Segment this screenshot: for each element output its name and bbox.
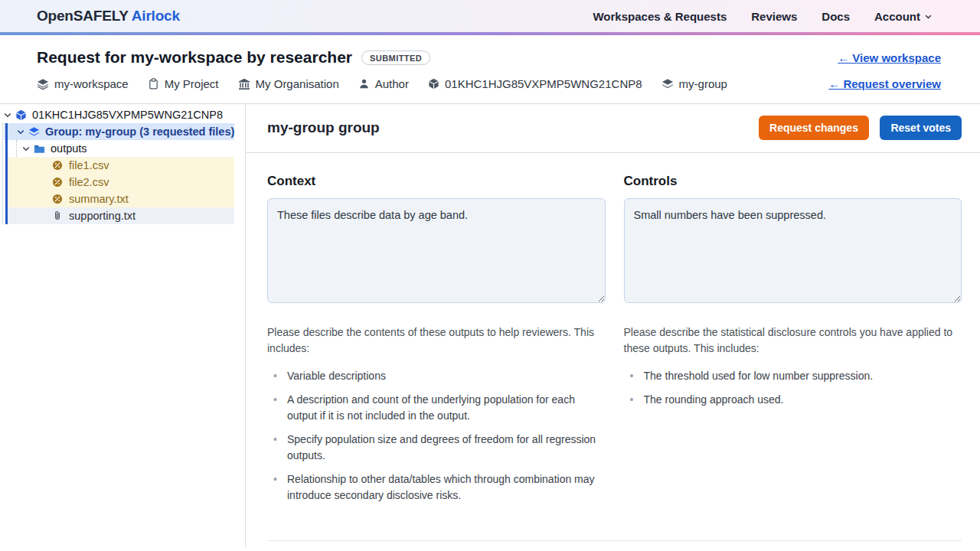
tree-indent-guide xyxy=(2,123,3,224)
controls-help-list: The threshold used for low number suppre… xyxy=(624,368,962,408)
context-help-list: Variable descriptions A description and … xyxy=(267,368,606,504)
comments-divider xyxy=(267,540,962,541)
context-section: Context These files describe data by age… xyxy=(267,174,606,511)
tree-item-label: file2.csv xyxy=(69,176,109,188)
group-actions: Request changes Reset votes xyxy=(759,116,962,140)
list-item: The threshold used for low number suppre… xyxy=(624,368,962,384)
top-navigation: OpenSAFELY Airlock Workspaces & Requests… xyxy=(0,0,980,32)
tree-item-supporting-file[interactable]: supporting.txt xyxy=(7,207,234,224)
request-header: Request for my-workspace by researcher S… xyxy=(0,35,980,104)
output-file-icon xyxy=(52,160,64,171)
breadcrumb-label: My Project xyxy=(165,77,219,90)
cube-icon xyxy=(428,78,439,90)
breadcrumb-author: Author xyxy=(358,77,409,90)
tree-selected-group-bar xyxy=(5,123,8,224)
building-icon xyxy=(238,78,250,90)
output-file-icon xyxy=(52,194,64,205)
list-item: The rounding approach used. xyxy=(624,392,962,408)
nav-account-label: Account xyxy=(874,10,920,23)
nav-workspaces-requests[interactable]: Workspaces & Requests xyxy=(593,10,727,23)
tree-item-outputs-folder[interactable]: outputs xyxy=(0,140,245,157)
logo-airlock: Airlock xyxy=(132,8,180,24)
tree-item-label: file1.csv xyxy=(69,159,109,171)
request-changes-button[interactable]: Request changes xyxy=(759,116,869,140)
list-item: A description and count of the underlyin… xyxy=(267,392,606,424)
breadcrumb-label: My Organisation xyxy=(256,77,339,90)
chevron-down-icon xyxy=(924,12,933,21)
breadcrumb-project: My Project xyxy=(148,77,219,90)
request-overview-link[interactable]: ← Request overview xyxy=(828,77,941,90)
logo-opensafely: OpenSAFELY xyxy=(37,8,128,24)
tree-item-output-file[interactable]: file1.csv xyxy=(7,157,234,174)
breadcrumb-organisation: My Organisation xyxy=(238,77,339,90)
clipboard-icon xyxy=(148,78,159,90)
layers-icon xyxy=(37,78,49,90)
tree-item-label: Group: my-group (3 requested files) xyxy=(45,126,234,138)
breadcrumb-workspace: my-workspace xyxy=(37,77,129,90)
folder-icon xyxy=(34,143,45,155)
breadcrumb-label: 01KHC1HJG85VXPMP5WNG21CNP8 xyxy=(445,77,642,90)
context-help-intro: Please describe the contents of these ou… xyxy=(267,324,606,357)
list-item: Specify population size and degrees of f… xyxy=(267,432,606,464)
breadcrumb-label: Author xyxy=(375,77,409,90)
chevron-down-icon[interactable] xyxy=(16,127,25,136)
breadcrumb: my-workspace My Project My Organisation … xyxy=(37,77,727,90)
breadcrumb-group: my-group xyxy=(662,77,727,90)
layers-icon xyxy=(662,78,674,90)
tree-item-output-file[interactable]: summary.txt xyxy=(7,191,234,207)
tree-item-label: supporting.txt xyxy=(69,210,136,222)
tree-item-label: summary.txt xyxy=(69,193,129,205)
tree-item-request-root[interactable]: 01KHC1HJG85VXPMP5WNG21CNP8 xyxy=(0,106,245,123)
chevron-down-icon[interactable] xyxy=(3,110,12,119)
output-file-icon xyxy=(52,177,64,188)
controls-heading: Controls xyxy=(624,174,962,189)
nav-account-menu[interactable]: Account xyxy=(874,10,933,23)
context-heading: Context xyxy=(267,174,606,189)
view-workspace-link[interactable]: ← View workspace xyxy=(838,51,941,64)
nav-docs[interactable]: Docs xyxy=(822,10,850,23)
file-tree: 01KHC1HJG85VXPMP5WNG21CNP8 Group: my-gro… xyxy=(0,106,245,224)
nav-links: Workspaces & Requests Reviews Docs Accou… xyxy=(593,10,933,23)
group-header: my-group group Request changes Reset vot… xyxy=(246,104,980,153)
group-title: my-group group xyxy=(267,119,380,136)
status-badge: SUBMITTED xyxy=(361,51,430,65)
page-title: Request for my-workspace by researcher xyxy=(37,48,352,67)
cube-icon xyxy=(15,109,27,121)
breadcrumb-label: my-group xyxy=(679,77,727,90)
controls-section: Controls Small numbers have been suppres… xyxy=(624,174,962,511)
app-logo[interactable]: OpenSAFELY Airlock xyxy=(37,8,180,24)
person-icon xyxy=(358,78,370,90)
tree-item-label: 01KHC1HJG85VXPMP5WNG21CNP8 xyxy=(32,109,223,121)
reset-votes-button[interactable]: Reset votes xyxy=(880,116,962,140)
controls-help-intro: Please describe the statistical disclosu… xyxy=(624,324,962,357)
paperclip-icon xyxy=(52,210,64,222)
tree-item-output-file[interactable]: file2.csv xyxy=(7,174,234,191)
group-content: Context These files describe data by age… xyxy=(246,153,980,547)
list-item: Variable descriptions xyxy=(267,368,606,384)
list-item: Relationship to other data/tables which … xyxy=(267,471,606,504)
context-textarea[interactable]: These files describe data by age band. xyxy=(267,198,606,303)
chevron-down-icon[interactable] xyxy=(21,144,31,153)
nav-reviews[interactable]: Reviews xyxy=(751,10,797,23)
group-detail-panel: my-group group Request changes Reset vot… xyxy=(245,104,980,547)
breadcrumb-label: my-workspace xyxy=(54,77,129,90)
tree-item-group-selected[interactable]: Group: my-group (3 requested files) xyxy=(4,123,234,140)
controls-textarea[interactable]: Small numbers have been suppressed. xyxy=(624,198,962,303)
tree-item-label: outputs xyxy=(51,142,87,155)
layers-icon xyxy=(28,126,40,138)
breadcrumb-request-id: 01KHC1HJG85VXPMP5WNG21CNP8 xyxy=(428,77,642,90)
file-tree-sidebar: 01KHC1HJG85VXPMP5WNG21CNP8 Group: my-gro… xyxy=(0,104,245,547)
